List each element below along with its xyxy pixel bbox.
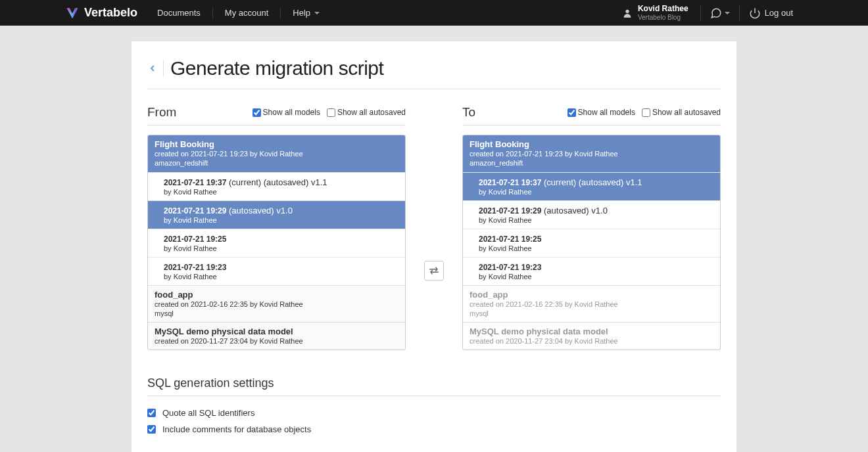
version-row[interactable]: 2021-07-21 19:37 (current) (autosaved) v… bbox=[148, 172, 405, 200]
from-title: From bbox=[147, 105, 176, 120]
main-nav: Documents My account Help bbox=[157, 7, 331, 19]
version-by: by Kovid Rathee bbox=[479, 244, 713, 252]
version-by: by Kovid Rathee bbox=[479, 216, 713, 224]
model-header[interactable]: Flight Bookingcreated on 2021-07-21 19:2… bbox=[463, 135, 720, 172]
include-comments-label: Include comments for database objects bbox=[162, 424, 311, 434]
from-column: From Show all models Show all autosaved … bbox=[147, 105, 406, 350]
version-row[interactable]: 2021-07-21 19:23by Kovid Rathee bbox=[148, 257, 405, 285]
svg-point-3 bbox=[625, 9, 629, 12]
to-list: Flight Bookingcreated on 2021-07-21 19:2… bbox=[462, 135, 721, 350]
version-date: 2021-07-21 19:37 bbox=[164, 178, 226, 187]
brand-name: Vertabelo bbox=[84, 6, 137, 20]
version-flags: (current) (autosaved) v1.1 bbox=[541, 177, 642, 187]
model-engine: amazon_redshift bbox=[470, 158, 713, 168]
from-list: Flight Bookingcreated on 2021-07-21 19:2… bbox=[147, 135, 406, 350]
include-comments-checkbox[interactable] bbox=[147, 425, 156, 434]
nav-help[interactable]: Help bbox=[280, 7, 331, 19]
speech-bubble-icon bbox=[710, 7, 722, 19]
from-show-all-models[interactable]: Show all models bbox=[253, 108, 320, 117]
model-meta: created on 2021-07-21 19:23 by Kovid Rat… bbox=[155, 149, 398, 158]
model-name: food_app bbox=[155, 290, 398, 300]
model-engine: mysql bbox=[155, 309, 398, 318]
version-by: by Kovid Rathee bbox=[164, 273, 398, 281]
version-row[interactable]: 2021-07-21 19:37 (current) (autosaved) v… bbox=[463, 172, 720, 200]
model-meta: created on 2021-02-16 22:35 by Kovid Rat… bbox=[155, 300, 398, 309]
model-name: MySQL demo physical data model bbox=[155, 327, 398, 336]
model-header[interactable]: food_appcreated on 2021-02-16 22:35 by K… bbox=[463, 285, 720, 323]
back-button[interactable] bbox=[147, 63, 158, 74]
version-row[interactable]: 2021-07-21 19:25by Kovid Rathee bbox=[463, 229, 720, 257]
page-title: Generate migration script bbox=[170, 57, 383, 79]
version-date: 2021-07-21 19:29 bbox=[164, 206, 226, 215]
version-date: 2021-07-21 19:29 bbox=[479, 206, 541, 215]
nav-documents[interactable]: Documents bbox=[157, 7, 212, 19]
swap-button[interactable] bbox=[424, 261, 444, 281]
model-header[interactable]: Flight Bookingcreated on 2021-07-21 19:2… bbox=[148, 135, 405, 172]
model-engine: amazon_redshift bbox=[155, 158, 398, 168]
model-name: Flight Booking bbox=[155, 139, 398, 149]
version-row[interactable]: 2021-07-21 19:23by Kovid Rathee bbox=[463, 257, 720, 285]
messages-button[interactable] bbox=[700, 5, 739, 21]
to-column: To Show all models Show all autosaved Fl… bbox=[462, 105, 721, 350]
model-header[interactable]: MySQL demo physical data modelcreated on… bbox=[148, 322, 405, 350]
version-by: by Kovid Rathee bbox=[164, 188, 398, 196]
chevron-down-icon bbox=[725, 12, 730, 14]
version-flags: (current) (autosaved) v1.1 bbox=[226, 177, 327, 187]
model-name: Flight Booking bbox=[470, 139, 713, 149]
quote-identifiers-label: Quote all SQL identifiers bbox=[162, 408, 254, 418]
nav-my-account[interactable]: My account bbox=[212, 7, 280, 19]
to-title: To bbox=[462, 105, 475, 120]
model-meta: created on 2020-11-27 23:04 by Kovid Rat… bbox=[470, 336, 713, 346]
top-bar: Vertabelo Documents My account Help Kovi… bbox=[0, 0, 868, 26]
logout-label: Log out bbox=[765, 8, 793, 18]
from-show-all-autosaved[interactable]: Show all autosaved bbox=[327, 108, 406, 117]
power-icon bbox=[749, 7, 761, 19]
version-date: 2021-07-21 19:23 bbox=[164, 263, 226, 272]
version-by: by Kovid Rathee bbox=[164, 244, 398, 252]
settings-title: SQL generation settings bbox=[147, 376, 721, 396]
vertabelo-logo-icon bbox=[66, 7, 79, 20]
model-header[interactable]: food_appcreated on 2021-02-16 22:35 by K… bbox=[148, 285, 405, 323]
version-row[interactable]: 2021-07-21 19:25by Kovid Rathee bbox=[148, 229, 405, 257]
version-date: 2021-07-21 19:25 bbox=[164, 235, 226, 244]
user-name: Kovid Rathee bbox=[638, 5, 688, 13]
version-flags: (autosaved) v1.0 bbox=[226, 206, 292, 215]
user-sub: Vertabelo Blog bbox=[638, 14, 688, 21]
quote-identifiers-checkbox[interactable] bbox=[147, 409, 156, 417]
version-date: 2021-07-21 19:25 bbox=[479, 235, 541, 244]
version-by: by Kovid Rathee bbox=[479, 273, 713, 281]
model-name: MySQL demo physical data model bbox=[470, 327, 713, 336]
model-meta: created on 2020-11-27 23:04 by Kovid Rat… bbox=[155, 336, 398, 346]
version-flags: (autosaved) v1.0 bbox=[541, 206, 607, 215]
version-by: by Kovid Rathee bbox=[164, 216, 398, 224]
user-icon bbox=[622, 8, 633, 18]
to-show-all-models[interactable]: Show all models bbox=[567, 108, 635, 117]
model-engine: mysql bbox=[470, 309, 713, 318]
brand-logo[interactable]: Vertabelo bbox=[66, 6, 137, 20]
version-date: 2021-07-21 19:23 bbox=[479, 263, 541, 272]
chevron-down-icon bbox=[314, 12, 320, 14]
version-row[interactable]: 2021-07-21 19:29 (autosaved) v1.0by Kovi… bbox=[148, 200, 405, 229]
model-header[interactable]: MySQL demo physical data modelcreated on… bbox=[463, 322, 720, 350]
swap-horizontal-icon bbox=[428, 267, 440, 275]
version-row[interactable]: 2021-07-21 19:29 (autosaved) v1.0by Kovi… bbox=[463, 200, 720, 229]
version-by: by Kovid Rathee bbox=[479, 188, 713, 196]
logout-button[interactable]: Log out bbox=[739, 5, 802, 21]
nav-help-label: Help bbox=[293, 7, 310, 19]
page-content: Generate migration script From Show all … bbox=[132, 41, 736, 452]
version-date: 2021-07-21 19:37 bbox=[479, 178, 541, 187]
to-show-all-autosaved[interactable]: Show all autosaved bbox=[642, 108, 721, 117]
model-name: food_app bbox=[470, 290, 713, 300]
model-meta: created on 2021-02-16 22:35 by Kovid Rat… bbox=[470, 300, 713, 309]
user-menu[interactable]: Kovid Rathee Vertabelo Blog bbox=[622, 5, 688, 20]
title-separator bbox=[163, 60, 164, 77]
arrow-left-icon bbox=[147, 63, 158, 74]
model-meta: created on 2021-07-21 19:23 by Kovid Rat… bbox=[470, 149, 713, 158]
